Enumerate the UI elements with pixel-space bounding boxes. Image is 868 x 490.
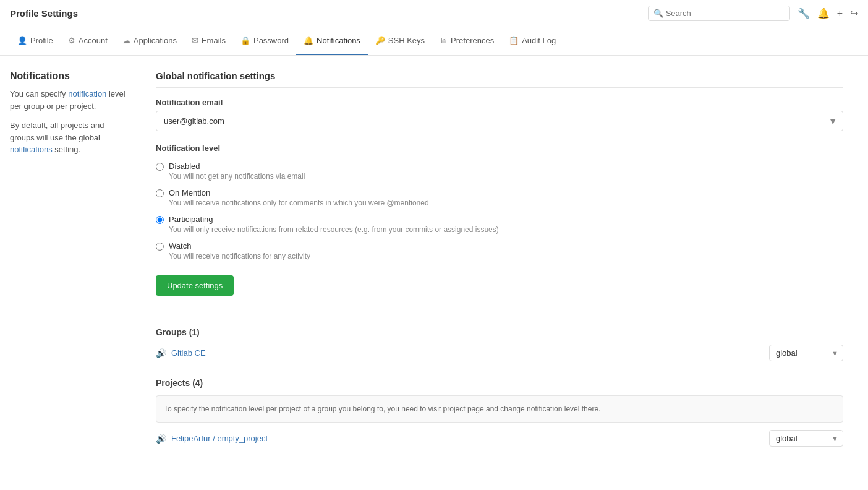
radio-disabled-desc: You will not get any notifications via e… bbox=[169, 172, 305, 181]
group-sound-icon: 🔊 bbox=[156, 348, 166, 358]
tab-password[interactable]: 🔒 Password bbox=[233, 27, 296, 55]
tab-sshkeys-label: SSH Keys bbox=[388, 36, 425, 45]
notifications-link-2[interactable]: notifications bbox=[10, 145, 53, 154]
tab-notifications[interactable]: 🔔 Notifications bbox=[296, 27, 368, 55]
signout-icon[interactable]: ↪ bbox=[850, 7, 858, 19]
tab-profile-label: Profile bbox=[30, 36, 53, 45]
group-link-gitlab-ce[interactable]: Gitlab CE bbox=[171, 348, 206, 358]
tab-sshkeys[interactable]: 🔑 SSH Keys bbox=[368, 27, 432, 55]
radio-mention[interactable] bbox=[156, 189, 164, 197]
bell-icon[interactable]: 🔔 bbox=[817, 7, 830, 19]
radio-option-disabled: Disabled You will not get any notificati… bbox=[156, 161, 843, 181]
radio-watch[interactable] bbox=[156, 243, 164, 251]
radio-watch-label[interactable]: Watch bbox=[169, 241, 310, 251]
tab-preferences[interactable]: 🖥 Preferences bbox=[432, 27, 501, 55]
divider-2 bbox=[156, 368, 843, 368]
projects-title: Projects (4) bbox=[156, 378, 843, 388]
tab-auditlog-label: Audit Log bbox=[522, 36, 556, 45]
tab-notifications-label: Notifications bbox=[317, 36, 360, 45]
tab-applications[interactable]: ☁ Applications bbox=[115, 27, 184, 55]
applications-tab-icon: ☁ bbox=[122, 36, 130, 45]
email-select[interactable]: user@gitlab.com bbox=[156, 111, 843, 131]
main-layout: Notifications You can specify notificati… bbox=[0, 56, 853, 468]
tab-emails[interactable]: ✉ Emails bbox=[184, 27, 233, 55]
page-title: Profile Settings bbox=[10, 8, 78, 19]
email-label: Notification email bbox=[156, 98, 843, 107]
radio-disabled[interactable] bbox=[156, 163, 164, 171]
radio-option-participating: Participating You will only receive noti… bbox=[156, 215, 843, 234]
project-level-select-empty[interactable]: global watch participating on mention di… bbox=[769, 430, 843, 447]
radio-watch-desc: You will receive notifications for any a… bbox=[169, 252, 310, 260]
projects-info-text: To specify the notification level per pr… bbox=[164, 405, 600, 413]
notifications-tab-icon: 🔔 bbox=[304, 36, 313, 45]
tab-password-label: Password bbox=[253, 36, 289, 45]
tab-auditlog[interactable]: 📋 Audit Log bbox=[501, 27, 563, 55]
search-input[interactable] bbox=[666, 9, 785, 18]
profile-tab-icon: 👤 bbox=[17, 36, 27, 45]
auditlog-tab-icon: 📋 bbox=[509, 36, 519, 45]
preferences-tab-icon: 🖥 bbox=[440, 36, 448, 45]
tab-emails-label: Emails bbox=[202, 36, 226, 45]
divider-1 bbox=[156, 317, 843, 317]
project-link-empty[interactable]: FelipeArtur / empty_project bbox=[171, 434, 268, 443]
search-box[interactable]: 🔍 bbox=[648, 6, 790, 21]
group-select-wrapper: global watch participating on mention di… bbox=[769, 345, 843, 361]
sshkeys-tab-icon: 🔑 bbox=[375, 36, 385, 45]
project-item-empty: 🔊 FelipeArtur / empty_project global wat… bbox=[156, 430, 843, 447]
email-select-wrapper: user@gitlab.com ▼ bbox=[156, 111, 843, 131]
sidebar: Notifications You can specify notificati… bbox=[10, 71, 146, 453]
group-item-gitlab-ce: 🔊 Gitlab CE global watch participating o… bbox=[156, 345, 843, 361]
radio-mention-desc: You will receive notifications only for … bbox=[169, 199, 429, 207]
radio-mention-label[interactable]: On Mention bbox=[169, 188, 429, 197]
password-tab-icon: 🔒 bbox=[240, 36, 250, 45]
tab-account[interactable]: ⚙ Account bbox=[61, 27, 115, 55]
tab-profile[interactable]: 👤 Profile bbox=[10, 27, 61, 55]
notif-level-label: Notification level bbox=[156, 144, 843, 153]
tab-account-label: Account bbox=[79, 36, 108, 45]
sidebar-title: Notifications bbox=[10, 71, 127, 82]
sidebar-para2: By default, all projects and groups will… bbox=[10, 119, 127, 156]
account-tab-icon: ⚙ bbox=[68, 36, 75, 45]
radio-option-watch: Watch You will receive notifications for… bbox=[156, 241, 843, 260]
header-right: 🔍 🔧 🔔 + ↪ bbox=[648, 6, 858, 21]
wrench-icon[interactable]: 🔧 bbox=[798, 7, 810, 19]
project-select-wrapper: global watch participating on mention di… bbox=[769, 430, 843, 447]
project-sound-icon: 🔊 bbox=[156, 434, 166, 444]
radio-disabled-label[interactable]: Disabled bbox=[169, 161, 305, 171]
groups-title: Groups (1) bbox=[156, 327, 843, 337]
radio-participating[interactable] bbox=[156, 216, 164, 224]
search-icon: 🔍 bbox=[653, 9, 663, 18]
content-area: Global notification settings Notificatio… bbox=[146, 71, 843, 453]
radio-participating-desc: You will only receive notifications from… bbox=[169, 225, 499, 234]
update-settings-button[interactable]: Update settings bbox=[156, 275, 234, 296]
section-title: Global notification settings bbox=[156, 71, 843, 88]
radio-participating-label[interactable]: Participating bbox=[169, 215, 499, 224]
header: Profile Settings 🔍 🔧 🔔 + ↪ bbox=[0, 0, 868, 27]
notification-link-1[interactable]: notification bbox=[68, 89, 106, 98]
tab-preferences-label: Preferences bbox=[451, 36, 494, 45]
sidebar-para1: You can specify notification level per g… bbox=[10, 88, 127, 112]
radio-group: Disabled You will not get any notificati… bbox=[156, 161, 843, 260]
projects-info: To specify the notification level per pr… bbox=[156, 395, 843, 423]
radio-option-mention: On Mention You will receive notification… bbox=[156, 188, 843, 207]
nav-tabs: 👤 Profile ⚙ Account ☁ Applications ✉ Ema… bbox=[0, 27, 868, 56]
tab-applications-label: Applications bbox=[134, 36, 177, 45]
group-level-select-gitlab-ce[interactable]: global watch participating on mention di… bbox=[769, 345, 843, 361]
emails-tab-icon: ✉ bbox=[192, 36, 198, 45]
plus-icon[interactable]: + bbox=[837, 8, 843, 19]
